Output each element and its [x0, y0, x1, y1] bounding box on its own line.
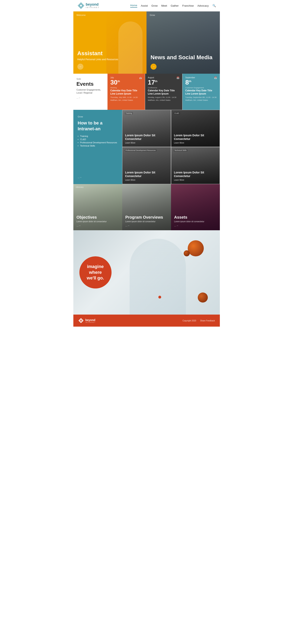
nav-gather[interactable]: Gather — [171, 4, 179, 7]
event-month-0: July — [110, 76, 142, 79]
event-month-2: September — [185, 76, 217, 79]
advocacy-title-2: Assets — [174, 215, 217, 220]
grow-card-title-3: Lorem Ipsum Dolor Sit Consectetur — [174, 171, 217, 178]
grow-learn-more-3[interactable]: Learn More — [174, 179, 217, 181]
event-title-1: Calendar Key Date Title Line Lorem Ipsum — [148, 89, 179, 95]
grow-list-item-1: CL&D — [78, 138, 118, 141]
hero-welcome-subtitle: Helpful Personal Links and Resources — [77, 58, 143, 61]
event-date-0: Thursday, July 30th, 11:00 - 14:30 — [110, 96, 142, 99]
hero-grow-label: Grow — [150, 14, 155, 16]
imagine-text: imagine where we'll go. — [87, 264, 104, 281]
footer-copyright: Copyright 2020 — [182, 320, 196, 322]
search-icon[interactable]: 🔍 — [212, 4, 216, 7]
advocacy-subtitle-2: Lorem ipsum dolor sit consectetur — [174, 220, 217, 223]
advocacy-subtitle-1: Lorem ipsum dolor sit consectetur — [125, 220, 168, 223]
nav-advocacy[interactable]: Advocacy — [197, 4, 209, 7]
grow-card-title-1: Lorem Ipsum Dolor Sit Consectetur — [174, 134, 217, 141]
event-day-1: 17th — [148, 79, 179, 86]
hero-grow-arrow[interactable]: → — [151, 64, 157, 70]
advocacy-label-0: Advocacy — [76, 186, 84, 188]
event-title-0: Calendar Key Date Title Line Lorem Ipsum — [110, 89, 142, 95]
events-sobi-label: Sobi — [77, 78, 104, 80]
hero-welcome-card: Welcome Assistant Helpful Personal Links… — [73, 12, 147, 74]
footer-logo-icon — [78, 318, 84, 324]
grow-list: Training CL&D Professional Development R… — [78, 134, 118, 147]
grow-content-card-1: CL&D Lorem Ipsum Dolor Sit Consectetur L… — [171, 110, 220, 147]
nav-assist[interactable]: Assist — [141, 4, 148, 7]
advocacy-subtitle-0: Lorem ipsum dolor sit consectetur — [77, 220, 119, 223]
event-title-2: Calendar Key Date Title Line Lorem Ipsum — [185, 89, 217, 95]
event-date-1: Monday, August 17th, 11:00 - 14:30 — [148, 96, 179, 99]
grow-list-item-3: Technical Skills — [78, 144, 118, 147]
grow-content-card-0: Training Lorem Ipsum Dolor Sit Consectet… — [122, 110, 171, 147]
logo-intranet: INTRANET — [86, 6, 100, 9]
event-card-2: 📅 September 8th Customer Engagement Cale… — [182, 74, 220, 110]
imagine-sphere-medium — [198, 292, 208, 302]
footer-intranet: INTRANET — [85, 322, 96, 323]
advocacy-card-1: Program Overviews Lorem ipsum dolor sit … — [122, 184, 171, 230]
imagine-sphere-small — [184, 250, 190, 256]
events-section: Sobi Events Customer Engagements, Local … — [73, 74, 220, 110]
grow-learn-more-0[interactable]: Learn More — [125, 142, 168, 144]
event-type-1: Conference — [148, 87, 179, 89]
grow-card-category-3: Technical Skills — [174, 149, 187, 152]
events-info: Sobi Events Customer Engagements, Local … — [73, 74, 108, 110]
imagine-sphere-large — [188, 240, 204, 256]
hero-welcome-label: Welcome — [77, 14, 86, 16]
header: beyond INTRANET Home Assist Grow Meet Ga… — [73, 0, 220, 12]
advocacy-title-0: Objectives — [77, 215, 119, 220]
event-day-0: 30th — [110, 79, 142, 86]
event-date-2: Tuesday, September 8th, 11:00 - 14:30 — [185, 96, 217, 99]
event-day-2: 8th — [185, 79, 217, 86]
advocacy-title-1: Program Overviews — [125, 215, 168, 220]
grow-more-link[interactable]: ...→ — [78, 176, 118, 178]
grow-label: Grow — [78, 116, 118, 118]
nav-franchise[interactable]: Franchise — [182, 4, 194, 7]
advocacy-arrow-2[interactable]: ...→ — [174, 224, 217, 227]
logo-text: beyond INTRANET — [86, 2, 100, 9]
nav-home[interactable]: Home — [130, 4, 137, 8]
hero-grow-title: News and Social Media — [151, 54, 216, 61]
grow-info-card: Grow How to be a Intranet-an Training CL… — [73, 110, 122, 184]
event-type-2: Customer Engagement — [185, 87, 217, 89]
events-more-link[interactable]: ...→ — [77, 96, 104, 99]
event-card-1: 📅 August 17th Conference Calendar Key Da… — [145, 74, 182, 110]
grow-card-category-1: CL&D — [174, 112, 180, 114]
grow-list-item-2: Professional Development Resources — [78, 141, 118, 144]
nav-grow[interactable]: Grow — [151, 4, 158, 7]
grow-learn-more-1[interactable]: Learn More — [174, 142, 217, 144]
grow-content-card-3: Technical Skills Lorem Ipsum Dolor Sit C… — [171, 147, 220, 184]
advocacy-arrow-0[interactable]: ...→ — [77, 224, 119, 227]
grow-card-title-2: Lorem Ipsum Dolor Sit Consectetur — [125, 171, 168, 178]
hero-welcome-arrow[interactable]: → — [77, 64, 83, 70]
event-location-1: Waltham, MA, United States — [148, 99, 179, 102]
imagine-section: imagine where we'll go. — [73, 230, 220, 314]
event-type-0: Meeting — [110, 87, 142, 89]
imagine-circle: imagine where we'll go. — [79, 256, 112, 288]
grow-list-item-0: Training — [78, 134, 118, 138]
footer-feedback-link[interactable]: Share Feedback — [200, 320, 215, 322]
nav-meet[interactable]: Meet — [161, 4, 167, 7]
main-nav: Home Assist Grow Meet Gather Franchise A… — [130, 4, 216, 8]
imagine-person-figure — [130, 239, 186, 314]
grow-card-category-0: Training — [125, 112, 133, 114]
grow-heading: How to be a Intranet-an — [78, 120, 118, 132]
event-month-1: August — [148, 76, 179, 79]
grow-section: Grow How to be a Intranet-an Training CL… — [73, 110, 220, 184]
advocacy-arrow-1[interactable]: ...→ — [125, 224, 168, 227]
footer-right: Copyright 2020 Share Feedback — [182, 320, 215, 322]
event-card-0: 📅 July 30th Meeting Calendar Key Date Ti… — [107, 74, 145, 110]
events-subtitle: Customer Engagements, Local / Regional — [77, 88, 104, 94]
grow-content-card-2: Professional Development Resources Lorem… — [122, 147, 171, 184]
grow-card-title-0: Lorem Ipsum Dolor Sit Consectetur — [125, 134, 168, 141]
grow-learn-more-2[interactable]: Learn More — [125, 179, 168, 181]
hero-grow-card: Grow News and Social Media → — [147, 12, 220, 74]
advocacy-card-2: Assets Lorem ipsum dolor sit consectetur… — [171, 184, 220, 230]
logo: beyond INTRANET — [77, 2, 100, 9]
logo-icon — [77, 2, 85, 9]
imagine-dot — [158, 296, 161, 298]
event-location-2: Waltham, MA, United States — [185, 99, 217, 102]
footer: beyond INTRANET Copyright 2020 Share Fee… — [73, 314, 220, 326]
hero-section: Welcome Assistant Helpful Personal Links… — [73, 12, 220, 74]
footer-logo: beyond INTRANET — [78, 318, 96, 324]
